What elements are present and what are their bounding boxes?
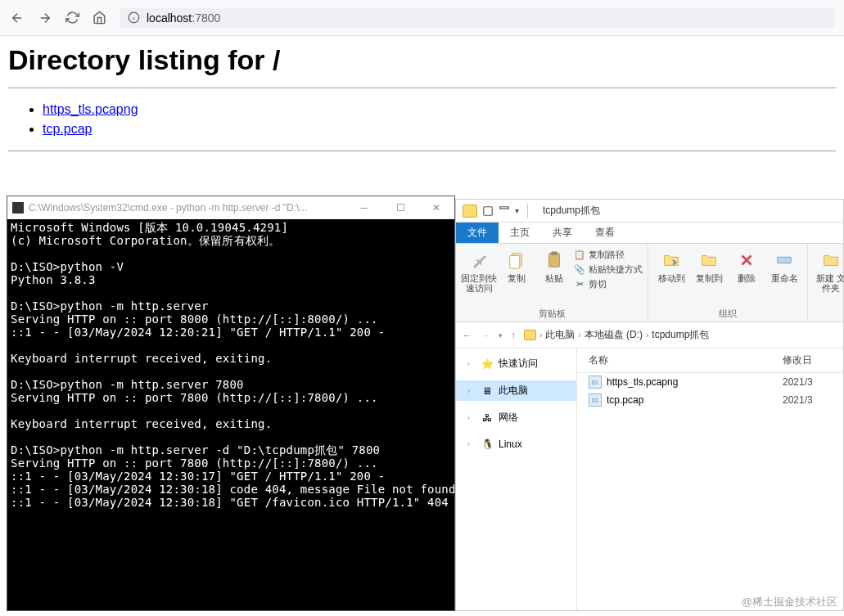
breadcrumb-sep: ›	[578, 330, 580, 339]
file-row[interactable]: 01 tcp.pcap 2021/3	[577, 391, 843, 409]
sidebar-item-network[interactable]: › 🖧 网络	[456, 407, 576, 428]
file-link[interactable]: tcp.pcap	[43, 122, 92, 136]
rename-icon	[773, 249, 796, 272]
crumb-folder[interactable]: tcpdump抓包	[652, 328, 709, 342]
qat-icon[interactable]	[482, 205, 494, 217]
breadcrumb-sep: ›	[646, 330, 648, 339]
header-date[interactable]: 修改日	[783, 353, 832, 367]
pin-label: 固定到快 速访问	[461, 273, 497, 293]
cmd-output[interactable]: Microsoft Windows [版本 10.0.19045.4291] (…	[7, 219, 454, 610]
copyto-icon	[697, 249, 720, 272]
newfolder-icon	[819, 249, 842, 272]
breadcrumb-sep: ›	[539, 330, 542, 339]
copyto-button[interactable]: 复制到	[691, 247, 727, 283]
paste-button[interactable]: 粘贴	[536, 247, 572, 283]
clipboard-group-label: 剪贴板	[539, 306, 566, 320]
forward-button[interactable]: →	[481, 330, 490, 341]
moveto-button[interactable]: 移动到	[653, 247, 689, 283]
crumb-disk[interactable]: 本地磁盘 (D:)	[584, 328, 643, 342]
up-button[interactable]: ↑	[511, 330, 516, 341]
pin-button[interactable]: 固定到快 速访问	[461, 247, 497, 293]
computer-icon: 🖥	[481, 384, 494, 398]
organize-group-label: 组织	[719, 306, 737, 320]
page-content: Directory listing for / https_tls.pcapng…	[0, 36, 844, 171]
sidebar-item-quick[interactable]: › ⭐ 快速访问	[456, 353, 576, 374]
address-bar: ← → ▾ ↑ › 此电脑 › 本地磁盘 (D:) › tcpdump抓包	[456, 322, 843, 348]
cmd-titlebar[interactable]: C:\Windows\System32\cmd.exe - python -m …	[7, 196, 454, 219]
sidebar-item-linux[interactable]: › 🐧 Linux	[456, 434, 576, 454]
rename-label: 重命名	[771, 273, 798, 283]
svg-rect-6	[778, 257, 792, 263]
cut-button[interactable]: ✂剪切	[574, 278, 643, 290]
pcap-file-icon: 01	[589, 393, 602, 407]
window-buttons: ─ ☐ ✕	[346, 196, 454, 219]
sidebar-label: 此电脑	[499, 384, 528, 398]
newfolder-label: 新建 文件夹	[813, 273, 844, 293]
sidebar-label: Linux	[499, 438, 522, 450]
nav-buttons	[10, 11, 106, 25]
file-date: 2021/3	[783, 394, 832, 406]
browser-toolbar: localhost:7800	[0, 0, 844, 36]
file-date: 2021/3	[783, 376, 832, 388]
column-headers: 名称 修改日	[577, 348, 843, 373]
copy-label: 复制	[508, 273, 526, 283]
forward-button[interactable]	[38, 11, 52, 25]
minimize-button[interactable]: ─	[346, 196, 382, 219]
folder-icon	[524, 330, 536, 340]
explorer-main: › ⭐ 快速访问 › 🖥 此电脑 › 🖧 网络 › 🐧 Linux	[456, 348, 843, 610]
pin-icon	[467, 249, 490, 272]
paste-icon	[543, 249, 566, 272]
url-bar[interactable]: localhost:7800	[120, 8, 834, 28]
cut-label: 剪切	[589, 278, 607, 290]
directory-list: https_tls.pcapng tcp.pcap	[8, 100, 836, 139]
cmd-window: C:\Windows\System32\cmd.exe - python -m …	[7, 196, 455, 611]
back-button[interactable]	[10, 11, 25, 25]
pasteshort-button[interactable]: 📎粘贴快捷方式	[574, 263, 643, 276]
newfolder-button[interactable]: 新建 文件夹	[813, 247, 844, 293]
breadcrumb[interactable]: › 此电脑 › 本地磁盘 (D:) › tcpdump抓包	[524, 328, 837, 342]
copypath-button[interactable]: 📋复制路径	[574, 249, 643, 261]
close-button[interactable]: ✕	[418, 196, 454, 219]
file-name: https_tls.pcapng	[607, 376, 778, 388]
tab-home[interactable]: 主页	[499, 223, 541, 243]
explorer-titlebar[interactable]: ▾ tcpdump抓包	[456, 200, 843, 223]
file-link[interactable]: https_tls.pcapng	[43, 102, 138, 116]
maximize-button[interactable]: ☐	[382, 196, 418, 219]
svg-rect-1	[484, 206, 493, 215]
file-row[interactable]: 01 https_tls.pcapng 2021/3	[577, 373, 843, 391]
crumb-pc[interactable]: 此电脑	[545, 328, 575, 342]
shortcut-icon: 📎	[574, 264, 585, 276]
tab-view[interactable]: 查看	[584, 223, 626, 243]
qat-chevron-icon[interactable]: ▾	[515, 206, 519, 215]
sidebar-item-pc[interactable]: › 🖥 此电脑	[456, 380, 576, 401]
cut-icon: ✂	[574, 279, 585, 290]
paste-label: 粘贴	[545, 273, 563, 283]
sidebar-label: 快速访问	[499, 357, 538, 371]
delete-button[interactable]: 删除	[729, 247, 765, 283]
reload-button[interactable]	[65, 11, 79, 25]
moveto-icon	[660, 249, 683, 272]
rename-button[interactable]: 重命名	[766, 247, 802, 283]
pcap-file-icon: 01	[589, 375, 602, 389]
header-name[interactable]: 名称	[589, 353, 783, 367]
pasteshort-label: 粘贴快捷方式	[589, 263, 643, 276]
recent-button[interactable]: ▾	[499, 331, 503, 339]
linux-icon: 🐧	[481, 438, 494, 451]
qat-icon[interactable]	[499, 205, 510, 217]
copy-button[interactable]: 复制	[499, 247, 535, 283]
explorer-window: ▾ tcpdump抓包 文件 主页 共享 查看 固定到快 速访问 复制 粘贴	[455, 199, 844, 611]
url-host: localhost	[147, 11, 192, 25]
delete-label: 删除	[738, 273, 756, 283]
list-item: https_tls.pcapng	[43, 100, 836, 119]
home-button[interactable]	[93, 11, 106, 25]
file-pane: 名称 修改日 01 https_tls.pcapng 2021/3 01 tcp…	[577, 348, 843, 610]
chevron-right-icon: ›	[467, 414, 476, 422]
tab-share[interactable]: 共享	[541, 223, 584, 243]
nav-pane: › ⭐ 快速访问 › 🖥 此电脑 › 🖧 网络 › 🐧 Linux	[456, 348, 577, 610]
svg-rect-5	[551, 252, 557, 255]
tab-file[interactable]: 文件	[456, 223, 499, 243]
svg-rect-4	[549, 254, 560, 268]
divider	[8, 88, 836, 88]
back-button[interactable]: ←	[463, 330, 472, 341]
copypath-label: 复制路径	[589, 249, 625, 261]
